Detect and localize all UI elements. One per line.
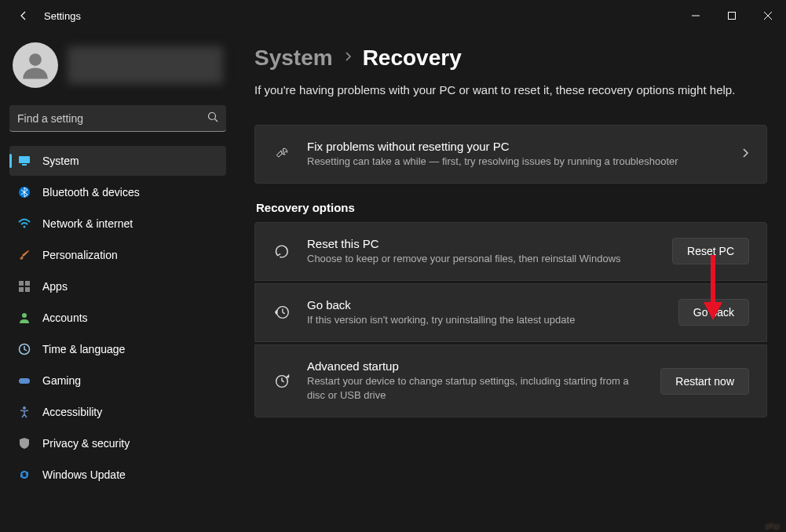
- shield-icon: [17, 436, 31, 450]
- bluetooth-icon: [17, 185, 31, 199]
- maximize-button[interactable]: [714, 3, 750, 28]
- sidebar-item-label: Apps: [42, 280, 68, 293]
- card-title: Advanced startup: [307, 359, 645, 373]
- sidebar-item-label: Windows Update: [42, 468, 126, 481]
- fix-problems-card[interactable]: Fix problems without resetting your PC R…: [254, 125, 767, 184]
- go-back-button[interactable]: Go back: [678, 299, 749, 326]
- minimize-button[interactable]: [678, 3, 714, 28]
- reset-pc-button[interactable]: Reset PC: [672, 238, 749, 264]
- svg-point-15: [22, 313, 27, 318]
- sidebar-item-label: System: [42, 155, 79, 167]
- recovery-card-reset-this-pc: Reset this PC Choose to keep or remove y…: [254, 222, 767, 281]
- svg-point-5: [209, 113, 216, 120]
- apps-icon: [17, 279, 31, 293]
- svg-rect-13: [19, 287, 24, 292]
- sidebar-item-bluetooth-devices[interactable]: Bluetooth & devices: [9, 177, 226, 207]
- svg-point-4: [29, 53, 42, 66]
- card-desc: Choose to keep or remove your personal f…: [307, 252, 656, 266]
- sidebar-item-accessibility[interactable]: Accessibility: [9, 397, 226, 427]
- svg-rect-12: [25, 281, 30, 286]
- chevron-right-icon: [741, 148, 749, 161]
- sidebar-item-label: Time & language: [42, 343, 125, 355]
- sidebar-item-apps[interactable]: Apps: [9, 271, 226, 301]
- sidebar-item-gaming[interactable]: Gaming: [9, 366, 226, 395]
- window-title: Settings: [44, 10, 81, 22]
- monitor-icon: [17, 154, 31, 168]
- breadcrumb-current: Recovery: [363, 46, 462, 71]
- sidebar-item-label: Bluetooth & devices: [42, 186, 140, 199]
- wrench-icon: [272, 144, 291, 163]
- sidebar-item-label: Accessibility: [42, 406, 102, 418]
- svg-line-6: [215, 119, 218, 122]
- search-input[interactable]: [17, 112, 207, 125]
- reset-icon: [272, 242, 291, 261]
- svg-point-10: [24, 226, 26, 228]
- search-icon: [207, 111, 218, 125]
- person-icon: [17, 311, 31, 325]
- page-subtitle: If you're having problems with your PC o…: [254, 82, 767, 100]
- accessibility-icon: [17, 405, 31, 419]
- svg-rect-14: [25, 287, 30, 292]
- sidebar-item-label: Personalization: [42, 249, 118, 261]
- profile-name-redacted: [68, 46, 223, 84]
- card-title: Go back: [307, 298, 663, 312]
- sidebar-item-label: Privacy & security: [42, 437, 130, 450]
- sidebar-item-accounts[interactable]: Accounts: [9, 303, 226, 333]
- gamepad-icon: [17, 373, 31, 388]
- sidebar-item-system[interactable]: System: [9, 146, 226, 176]
- section-title: Recovery options: [256, 201, 767, 214]
- card-desc: Restart your device to change startup se…: [307, 374, 645, 403]
- breadcrumb-parent[interactable]: System: [254, 46, 333, 71]
- sidebar-item-label: Accounts: [42, 312, 88, 324]
- sidebar-item-network-internet[interactable]: Network & internet: [9, 209, 226, 239]
- svg-rect-7: [19, 156, 30, 163]
- sidebar-item-label: Network & internet: [42, 217, 133, 230]
- card-desc: If this version isn't working, try unins…: [307, 313, 663, 327]
- sidebar-item-privacy-security[interactable]: Privacy & security: [9, 428, 226, 458]
- svg-rect-17: [19, 378, 30, 384]
- update-icon: [17, 468, 31, 482]
- watermark: php: [766, 521, 780, 530]
- restart-now-button[interactable]: Restart now: [660, 368, 749, 395]
- breadcrumb: System Recovery: [254, 46, 767, 71]
- history-icon: [272, 303, 291, 322]
- sidebar-item-windows-update[interactable]: Windows Update: [9, 460, 226, 490]
- advanced-icon: [272, 372, 291, 391]
- back-button[interactable]: [13, 5, 35, 27]
- card-desc: Resetting can take a while — first, try …: [307, 155, 726, 169]
- avatar: [13, 42, 58, 88]
- search-box[interactable]: [9, 105, 226, 132]
- svg-rect-1: [729, 13, 736, 20]
- recovery-card-go-back: Go back If this version isn't working, t…: [254, 283, 767, 342]
- card-title: Reset this PC: [307, 237, 656, 250]
- svg-rect-8: [22, 164, 27, 166]
- card-title: Fix problems without resetting your PC: [307, 140, 726, 153]
- recovery-card-advanced-startup: Advanced startup Restart your device to …: [254, 344, 767, 417]
- brush-icon: [17, 248, 31, 262]
- chevron-right-icon: [344, 51, 352, 65]
- user-profile[interactable]: [9, 38, 226, 93]
- sidebar-item-time-language[interactable]: Time & language: [9, 334, 226, 364]
- svg-point-18: [23, 406, 26, 410]
- wifi-icon: [17, 217, 31, 231]
- clock-icon: [17, 342, 31, 356]
- sidebar-item-personalization[interactable]: Personalization: [9, 240, 226, 270]
- close-button[interactable]: [750, 3, 786, 28]
- svg-rect-11: [19, 281, 24, 286]
- sidebar-item-label: Gaming: [42, 374, 81, 387]
